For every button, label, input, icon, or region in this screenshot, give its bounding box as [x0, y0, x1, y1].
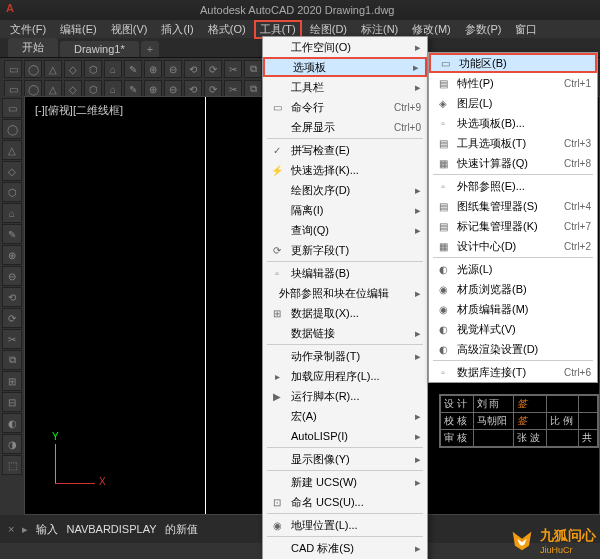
menu-modify[interactable]: 修改(M) [406, 21, 457, 38]
menu-item[interactable]: 工作空间(O)▸ [263, 37, 427, 57]
menu-item-label: 图纸集管理器(S) [457, 199, 538, 214]
viewport-label[interactable]: [-][俯视][二维线框] [35, 103, 123, 118]
menu-insert[interactable]: 插入(I) [155, 21, 199, 38]
toolbar-button[interactable]: ⊕ [144, 60, 162, 78]
toolbar-button[interactable]: ⧉ [244, 60, 262, 78]
left-tool-button[interactable]: ⊖ [2, 266, 22, 286]
menu-item[interactable]: 新建 UCS(W)▸ [263, 472, 427, 492]
menu-item[interactable]: ◉地理位置(L)... [263, 515, 427, 535]
left-tool-button[interactable]: ◯ [2, 119, 22, 139]
menu-item-label: 全屏显示 [291, 120, 368, 135]
menu-item[interactable]: ▦设计中心(D)Ctrl+2 [429, 236, 597, 256]
toolbar-button[interactable]: ✎ [124, 60, 142, 78]
left-tool-button[interactable]: ⬚ [2, 455, 22, 475]
menu-item[interactable]: ▦快速计算器(Q)Ctrl+8 [429, 153, 597, 173]
menu-item[interactable]: 工具栏▸ [263, 77, 427, 97]
watermark-url: JiuHuCr [540, 545, 596, 555]
tab-new[interactable]: + [141, 41, 159, 57]
toolbar-button[interactable]: ▭ [4, 60, 22, 78]
menu-item[interactable]: ▫数据库连接(T)Ctrl+6 [429, 362, 597, 382]
menu-item[interactable]: ⊞数据提取(X)... [263, 303, 427, 323]
toolbar-button[interactable]: ◇ [64, 60, 82, 78]
menu-edit[interactable]: 编辑(E) [54, 21, 103, 38]
menu-item[interactable]: ▶运行脚本(R)... [263, 386, 427, 406]
toolbar-button[interactable]: ⌂ [104, 60, 122, 78]
menu-item[interactable]: 外部参照和块在位编辑▸ [263, 283, 427, 303]
menu-item[interactable]: 隔离(I)▸ [263, 200, 427, 220]
menu-item-icon: ⟳ [269, 242, 285, 258]
toolbar-button[interactable]: ⊖ [164, 60, 182, 78]
left-tool-button[interactable]: ⊕ [2, 245, 22, 265]
left-tool-button[interactable]: △ [2, 140, 22, 160]
menu-format[interactable]: 格式(O) [202, 21, 252, 38]
toolbar-button[interactable]: ⬡ [84, 60, 102, 78]
menu-item[interactable]: ◐高级渲染设置(D) [429, 339, 597, 359]
menu-item[interactable]: ✓拼写检查(E) [263, 140, 427, 160]
menu-item[interactable]: ▫外部参照(E)... [429, 176, 597, 196]
menu-item[interactable]: 全屏显示Ctrl+0 [263, 117, 427, 137]
menu-item[interactable]: ▤图纸集管理器(S)Ctrl+4 [429, 196, 597, 216]
left-tool-button[interactable]: ⟳ [2, 308, 22, 328]
menu-item[interactable]: 宏(A)▸ [263, 406, 427, 426]
menu-item[interactable]: 查询(Q)▸ [263, 220, 427, 240]
tab-drawing1[interactable]: Drawing1* [60, 41, 139, 57]
left-tool-button[interactable]: ⟲ [2, 287, 22, 307]
title-bar: A Autodesk AutoCAD 2020 Drawing1.dwg [0, 0, 600, 20]
menu-param[interactable]: 参数(P) [459, 21, 508, 38]
titleblock-cell: 刘 雨 [473, 396, 514, 413]
menu-item[interactable]: ◐视觉样式(V) [429, 319, 597, 339]
left-tool-button[interactable]: ⧉ [2, 350, 22, 370]
menu-item[interactable]: ▫块编辑器(B) [263, 263, 427, 283]
menu-item[interactable]: ◐光源(L) [429, 259, 597, 279]
toolbar-button[interactable]: △ [44, 60, 62, 78]
menu-item[interactable]: ▸加载应用程序(L)... [263, 366, 427, 386]
left-tool-button[interactable]: ◐ [2, 413, 22, 433]
menu-view[interactable]: 视图(V) [105, 21, 154, 38]
menu-item[interactable]: ▫块选项板(B)... [429, 113, 597, 133]
left-tool-button[interactable]: ◑ [2, 434, 22, 454]
titleblock-cell [546, 396, 579, 413]
menu-item[interactable]: AutoLISP(I)▸ [263, 426, 427, 446]
menu-item[interactable]: 选项板▸ [263, 57, 427, 77]
menu-item[interactable]: 动作录制器(T)▸ [263, 346, 427, 366]
menu-item[interactable]: ▭功能区(B) [429, 53, 597, 73]
menu-item-label: 动作录制器(T) [291, 349, 389, 364]
left-tool-button[interactable]: ⌂ [2, 203, 22, 223]
menu-item[interactable]: ◉材质浏览器(B) [429, 279, 597, 299]
left-tool-button[interactable]: ⊞ [2, 371, 22, 391]
menu-item[interactable]: 显示图像(Y)▸ [263, 449, 427, 469]
menu-item[interactable]: ▤标记集管理器(K)Ctrl+7 [429, 216, 597, 236]
menu-item-label: 高级渲染设置(D) [457, 342, 591, 357]
menu-item[interactable]: ◉材质编辑器(M) [429, 299, 597, 319]
left-tool-button[interactable]: ▭ [2, 98, 22, 118]
left-tool-button[interactable]: ✎ [2, 224, 22, 244]
menu-file[interactable]: 文件(F) [4, 21, 52, 38]
toolbar-button[interactable]: ✂ [224, 60, 242, 78]
left-tool-button[interactable]: ◇ [2, 161, 22, 181]
menu-item[interactable]: ⚡快速选择(K)... [263, 160, 427, 180]
menu-item[interactable]: 绘图次序(D)▸ [263, 180, 427, 200]
menu-item[interactable]: ⟳更新字段(T) [263, 240, 427, 260]
toolbar-button[interactable]: ⟳ [204, 60, 222, 78]
menu-item[interactable]: 数据链接▸ [263, 323, 427, 343]
titleblock-cell [579, 413, 598, 430]
menu-item[interactable]: ◈图层(L) [429, 93, 597, 113]
left-tool-button[interactable]: ✂ [2, 329, 22, 349]
menu-dimension[interactable]: 标注(N) [355, 21, 404, 38]
menu-item[interactable]: ▤工具选项板(T)Ctrl+3 [429, 133, 597, 153]
left-tool-button[interactable]: ⬡ [2, 182, 22, 202]
menu-item[interactable]: CAD 标准(S)▸ [263, 538, 427, 558]
left-tool-button[interactable]: ⊟ [2, 392, 22, 412]
menu-draw[interactable]: 绘图(D) [304, 21, 353, 38]
menu-item[interactable]: ⊡命名 UCS(U)... [263, 492, 427, 512]
menu-item-label: 块编辑器(B) [291, 266, 421, 281]
menu-item[interactable]: ▤特性(P)Ctrl+1 [429, 73, 597, 93]
submenu-arrow-icon: ▸ [415, 410, 421, 423]
commandline-arrow-icon: ▸ [22, 523, 28, 536]
toolbar-button[interactable]: ◯ [24, 60, 42, 78]
menu-item-label: 加载应用程序(L)... [291, 369, 421, 384]
menu-window[interactable]: 窗口 [509, 21, 543, 38]
toolbar-button[interactable]: ⟲ [184, 60, 202, 78]
menu-item[interactable]: ▭命令行Ctrl+9 [263, 97, 427, 117]
tab-start[interactable]: 开始 [8, 38, 58, 57]
